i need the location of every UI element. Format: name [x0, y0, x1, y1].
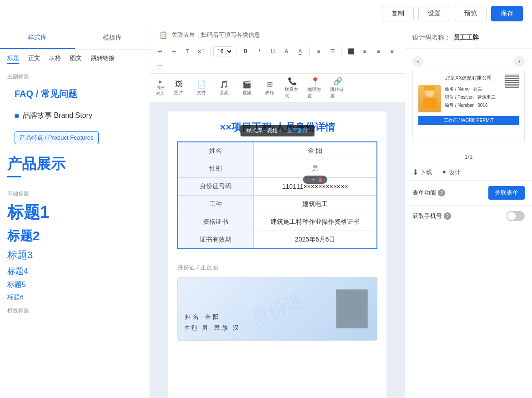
video-icon: 🎬 [242, 80, 251, 89]
design-action[interactable]: ✦ 设计 [441, 168, 461, 176]
id-card-photo [336, 290, 368, 328]
design-icon: ✦ [441, 168, 447, 176]
table-label-trade: 工种 [178, 196, 253, 213]
table-value-cert[interactable]: 建筑施工特种作业操作资格证书 [253, 213, 377, 231]
product-display-title: 产品展示 [7, 154, 142, 174]
context-menu-text: 样式库 - 表格： [246, 127, 284, 135]
form-function-text: 表单功能 [412, 189, 436, 197]
heading2-label: 标题2 [7, 227, 142, 245]
row-delete-button[interactable]: 🗑 [318, 176, 323, 183]
heading2-item[interactable]: 标题2 [0, 226, 150, 247]
copy-button[interactable]: 复制 [382, 6, 414, 21]
form-function-help-icon[interactable]: ? [438, 189, 445, 196]
tab-style-library[interactable]: 样式库 [0, 27, 75, 49]
redo-button[interactable]: ↪ [167, 45, 180, 58]
table-container: 样式库 - 表格： 全部删除 姓名 金 阳 性别 男 [177, 141, 377, 249]
get-phone-toggle[interactable] [507, 211, 525, 221]
faq-style-item[interactable]: FAQ / 常见问题 [0, 82, 150, 106]
save-button[interactable]: 保存 [491, 6, 523, 21]
bold-button[interactable]: B [239, 45, 252, 58]
table-media-button[interactable]: ⊞ 表格 [258, 79, 281, 97]
file-media-button[interactable]: 📄 文件 [190, 79, 213, 97]
table-value-expiry[interactable]: 2025年6月6日 [253, 231, 377, 249]
top-bar: 复制 设置 预览 保存 [0, 0, 532, 27]
nav-body[interactable]: 正文 [28, 54, 40, 64]
faq-label: FAQ / 常见问题 [7, 85, 142, 103]
tab-template-library[interactable]: 模板库 [75, 27, 150, 49]
id-gender-row: 性别 男 民 族 汉 [185, 322, 239, 333]
file-icon: 📄 [197, 80, 206, 89]
product-display-divider [7, 176, 21, 177]
list-unordered-button[interactable]: ☰ [326, 45, 339, 58]
video-media-button[interactable]: 🎬 视频 [236, 79, 258, 97]
table-label: 表格 [265, 90, 274, 96]
badge-number-row: 编号 / Number 0016 [445, 101, 519, 110]
table-value-trade[interactable]: 建筑电工 [253, 196, 377, 213]
product-feature-style-item[interactable]: 产品特点 / Product Features [0, 126, 150, 150]
brand-label: 品牌故事 Brand Story [7, 108, 142, 123]
table-value-gender[interactable]: 男 ↓ + 🗑 [253, 160, 377, 178]
product-display-item[interactable]: 产品展示 [0, 150, 150, 186]
undo-button[interactable]: ↩ [154, 45, 166, 58]
font-color-button[interactable]: A [280, 45, 293, 58]
expand-library-button[interactable]: ▶ 展开式库 [154, 78, 167, 98]
settings-button[interactable]: 设置 [418, 6, 450, 21]
more-button[interactable]: ··· [154, 59, 166, 71]
row-actions: ↓ + 🗑 [303, 176, 327, 184]
context-menu: 样式库 - 表格： 全部删除 [241, 125, 315, 136]
contact-media-button[interactable]: 📞 联系方式 [281, 76, 304, 100]
download-action[interactable]: ⬇ 下载 [412, 168, 432, 176]
table-row: 姓名 金 阳 [178, 142, 377, 160]
next-page-button[interactable]: › [514, 56, 525, 67]
table-row: 身份证号码 110111×××××××××××× [178, 178, 377, 196]
align-right-button[interactable]: ≡ [372, 45, 385, 58]
toolbar-sep1 [210, 47, 211, 56]
badge-content: 姓名 / Name 张兰 职位 / Position 建筑电工 编号 / Num… [418, 85, 519, 112]
heading3-item[interactable]: 标题3 [0, 247, 150, 264]
get-phone-help-icon[interactable]: ? [444, 212, 451, 220]
badge-info: 姓名 / Name 张兰 职位 / Position 建筑电工 编号 / Num… [445, 85, 519, 110]
align-justify-button[interactable]: ≡ [386, 45, 398, 58]
heading1-label: 标题1 [7, 202, 142, 224]
person-table: 姓名 金 阳 性别 男 ↓ + 🗑 [177, 141, 377, 249]
table-row: 资格证书 建筑施工特种作业操作资格证书 [178, 213, 377, 231]
context-menu-delete-button[interactable]: 全部删除 [287, 127, 309, 135]
nav-table[interactable]: 表格 [49, 54, 61, 64]
audio-media-button[interactable]: 🎵 音频 [213, 79, 236, 97]
align-left-button[interactable]: ⬛ [345, 45, 357, 58]
clear-format-button[interactable]: ✕T [195, 45, 207, 58]
heading4-item[interactable]: 标题4 [0, 264, 150, 278]
nav-arrows-top: ‹ › [412, 54, 525, 69]
nav-title[interactable]: 标题 [7, 54, 19, 64]
prev-page-button[interactable]: ‹ [412, 56, 423, 67]
table-label-name: 姓名 [178, 142, 253, 160]
brand-style-item[interactable]: 品牌故事 Brand Story [0, 106, 150, 126]
link-form-button[interactable]: 关联表单 [488, 186, 525, 200]
row-move-down-button[interactable]: ↓ [306, 176, 309, 183]
id-card-section: 身份证 / 正反面 身份证 姓 名 金 阳 性别 [177, 263, 377, 341]
image-media-button[interactable]: 🖼 图片 [167, 79, 190, 97]
nav-link[interactable]: 跳转链接 [91, 54, 115, 64]
underline-button[interactable]: U [266, 45, 279, 58]
heading5-item[interactable]: 标题5 [0, 278, 150, 292]
heading6-item[interactable]: 标题6 [0, 292, 150, 303]
design-code-bar: 设计码名称： 员工工牌 [405, 27, 532, 49]
table-value-name[interactable]: 金 阳 [253, 142, 377, 160]
get-phone-label: 获取手机号 ? [412, 212, 451, 220]
preview-button[interactable]: 预览 [455, 6, 487, 21]
section-label-main: 主副标题 [0, 69, 150, 82]
font-size-select[interactable]: 16 12 14 18 20 24 [213, 46, 233, 56]
heading1-item[interactable]: 标题1 [0, 200, 150, 226]
nav-graphic[interactable]: 图文 [70, 54, 82, 64]
align-center-button[interactable]: ≡ [358, 45, 371, 58]
italic-button[interactable]: I [253, 45, 266, 58]
format-button[interactable]: T [181, 45, 194, 58]
location-media-button[interactable]: 📍 地理位置 [304, 76, 326, 100]
bg-color-button[interactable]: A̲ [294, 45, 306, 58]
heading5-label: 标题5 [7, 280, 142, 290]
table-label-cert: 资格证书 [178, 213, 253, 231]
redirect-media-button[interactable]: 🔗 跳转链接 [326, 76, 349, 100]
row-add-button[interactable]: + [312, 176, 315, 183]
image-icon: 🖼 [174, 80, 183, 89]
list-ordered-button[interactable]: ≡ [312, 45, 325, 58]
